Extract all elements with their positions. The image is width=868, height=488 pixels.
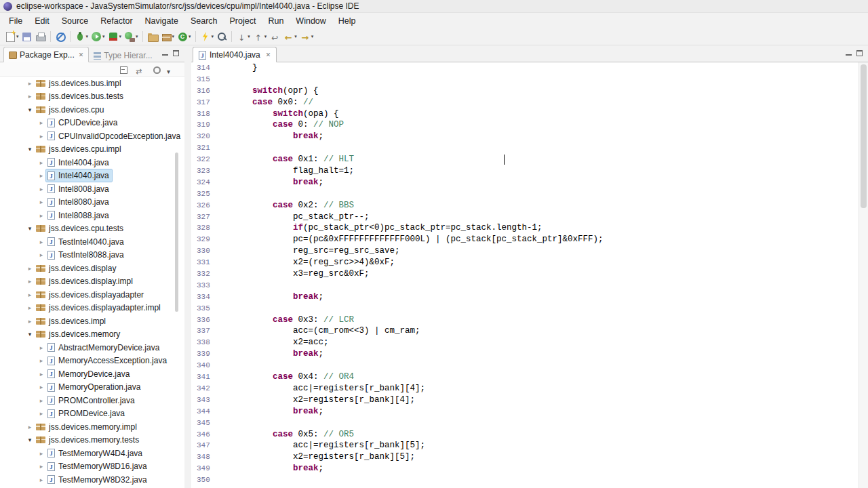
- line-number[interactable]: 345: [191, 418, 212, 429]
- expand-arrow-icon[interactable]: ▸: [25, 278, 35, 285]
- code-line[interactable]: 337 acc=(cm_rom<<3) | cm_ram;: [191, 325, 859, 337]
- menu-run[interactable]: Run: [262, 14, 290, 28]
- code-line[interactable]: 344 break;: [191, 406, 859, 418]
- tree-item[interactable]: ▸jss.devices.impl: [0, 314, 184, 328]
- line-number[interactable]: 343: [191, 394, 212, 406]
- code-editor[interactable]: 314 }315316 switch(opr) {317 case 0x0: /…: [191, 62, 859, 486]
- minimize-view-button[interactable]: [162, 51, 168, 56]
- line-number[interactable]: 340: [191, 360, 212, 371]
- line-number[interactable]: 314: [191, 62, 212, 74]
- code-line[interactable]: 347 acc|=registers[r_bank][5];: [191, 440, 859, 451]
- line-number[interactable]: 327: [191, 211, 212, 223]
- minimize-editor-button[interactable]: [846, 51, 852, 56]
- line-number[interactable]: 344: [191, 406, 212, 418]
- expand-arrow-icon[interactable]: ▾: [25, 331, 35, 338]
- menu-source[interactable]: Source: [56, 14, 95, 28]
- tree-item[interactable]: ▾jss.devices.cpu.tests: [0, 222, 184, 236]
- code-line[interactable]: 350: [191, 474, 859, 486]
- code-line[interactable]: 323 flag_halt=1;: [191, 165, 859, 177]
- tree-item[interactable]: ▾jss.devices.cpu: [0, 103, 184, 117]
- code-line[interactable]: 324 break;: [191, 177, 859, 188]
- new-wizard-button[interactable]: ▾: [3, 29, 20, 44]
- tree-item[interactable]: ▾jss.devices.memory: [0, 328, 184, 342]
- code-line[interactable]: 334 break;: [191, 291, 859, 303]
- expand-arrow-icon[interactable]: ▸: [37, 410, 46, 417]
- type-hierarchy-tab[interactable]: Type Hierar...: [89, 48, 157, 62]
- expand-arrow-icon[interactable]: ▸: [37, 476, 46, 483]
- code-line[interactable]: 327 pc_stack_ptr--;: [191, 211, 859, 223]
- menu-project[interactable]: Project: [224, 14, 262, 28]
- tree-item[interactable]: ▸TestMemoryW8D16.java: [0, 460, 184, 474]
- line-number[interactable]: 328: [191, 222, 212, 234]
- expand-arrow-icon[interactable]: ▸: [37, 199, 46, 205]
- code-line[interactable]: 319 case 0: // NOP: [191, 119, 859, 131]
- code-line[interactable]: 320 break;: [191, 131, 859, 142]
- tree-item[interactable]: ▸Intel8088.java: [0, 209, 184, 222]
- tree-scrollbar-thumb[interactable]: [175, 152, 178, 312]
- code-line[interactable]: 318 switch(opa) {: [191, 108, 859, 120]
- tree-item[interactable]: ▸MemoryAccessException.java: [0, 354, 184, 368]
- back-button[interactable]: ▾: [281, 29, 298, 44]
- last-edit-button[interactable]: [268, 29, 281, 44]
- line-number[interactable]: 333: [191, 280, 212, 291]
- line-number[interactable]: 329: [191, 234, 212, 245]
- tree-item[interactable]: ▸MemoryOperation.java: [0, 381, 184, 394]
- search-button[interactable]: [215, 29, 229, 44]
- editor-scrollbar[interactable]: [859, 62, 868, 488]
- code-line[interactable]: 336 case 0x3: // LCR: [191, 314, 859, 326]
- tree-item[interactable]: ▸TestMemoryW4D4.java: [0, 447, 184, 460]
- close-icon[interactable]: ✕: [266, 52, 271, 58]
- tree-item[interactable]: ▸Intel8008.java: [0, 182, 184, 196]
- code-line[interactable]: 339 break;: [191, 348, 859, 360]
- menu-refactor[interactable]: Refactor: [94, 14, 138, 28]
- expand-arrow-icon[interactable]: ▾: [25, 436, 35, 443]
- code-line[interactable]: 330 reg_src=reg_src_save;: [191, 245, 859, 257]
- tree-item[interactable]: ▾jss.devices.memory.tests: [0, 434, 184, 447]
- maximize-view-button[interactable]: [173, 50, 179, 56]
- sash-divider[interactable]: [184, 45, 191, 488]
- expand-arrow-icon[interactable]: ▸: [25, 80, 35, 87]
- expand-arrow-icon[interactable]: ▸: [37, 371, 46, 378]
- tree-item[interactable]: ▸jss.devices.displayadapter: [0, 288, 184, 302]
- code-line[interactable]: 322 case 0x1: // HLT: [191, 154, 859, 165]
- code-line[interactable]: 326 case 0x2: // BBS: [191, 200, 859, 211]
- menu-window[interactable]: Window: [290, 14, 332, 28]
- forward-button[interactable]: ▾: [298, 29, 315, 44]
- line-number[interactable]: 316: [191, 85, 212, 97]
- link-with-editor-button[interactable]: [136, 64, 145, 74]
- expand-arrow-icon[interactable]: ▸: [25, 265, 35, 272]
- expand-arrow-icon[interactable]: ▸: [37, 344, 46, 351]
- code-line[interactable]: 343 x2=registers[r_bank][4];: [191, 394, 859, 406]
- run-button[interactable]: ▾: [90, 29, 106, 44]
- expand-arrow-icon[interactable]: ▸: [37, 172, 46, 179]
- tree-item[interactable]: ▸MemoryDevice.java: [0, 367, 184, 381]
- line-number[interactable]: 339: [191, 348, 212, 360]
- maximize-editor-button[interactable]: [856, 50, 863, 56]
- code-line[interactable]: 342 acc|=registers[r_bank][4];: [191, 383, 859, 394]
- new-package-button[interactable]: ▾: [159, 29, 176, 44]
- tree-item[interactable]: ▸CPUDevice.java: [0, 117, 184, 130]
- line-number[interactable]: 335: [191, 303, 212, 314]
- tree-item[interactable]: ▸jss.devices.displayadapter.impl: [0, 302, 184, 315]
- line-number[interactable]: 320: [191, 131, 212, 142]
- code-line[interactable]: 338 x2=acc;: [191, 337, 859, 348]
- menu-help[interactable]: Help: [332, 14, 362, 28]
- code-line[interactable]: 325: [191, 188, 859, 200]
- code-line[interactable]: 314 }: [191, 62, 859, 74]
- expand-arrow-icon[interactable]: ▾: [25, 106, 35, 113]
- tree-item[interactable]: ▸PROMController.java: [0, 394, 184, 407]
- focus-button[interactable]: [151, 64, 161, 74]
- expand-arrow-icon[interactable]: ▾: [25, 225, 35, 232]
- code-line[interactable]: 345: [191, 418, 859, 429]
- collapse-all-button[interactable]: [120, 64, 130, 74]
- view-menu-button[interactable]: [167, 64, 176, 74]
- tree-item[interactable]: ▸TestMemoryW8D32.java: [0, 473, 184, 487]
- prev-annotation-button[interactable]: ▾: [252, 29, 269, 44]
- expand-arrow-icon[interactable]: ▸: [37, 384, 46, 390]
- code-line[interactable]: 328 if(pc_stack_ptr<0)pc_stack_ptr=pc_st…: [191, 222, 859, 234]
- new-java-project-button[interactable]: [146, 29, 159, 44]
- tree-item[interactable]: ▸TestIntel4040.java: [0, 235, 184, 249]
- code-line[interactable]: 341 case 0x4: // OR4: [191, 371, 859, 383]
- menu-search[interactable]: Search: [184, 14, 224, 28]
- tree-item[interactable]: ▸TestIntel8088.java: [0, 249, 184, 262]
